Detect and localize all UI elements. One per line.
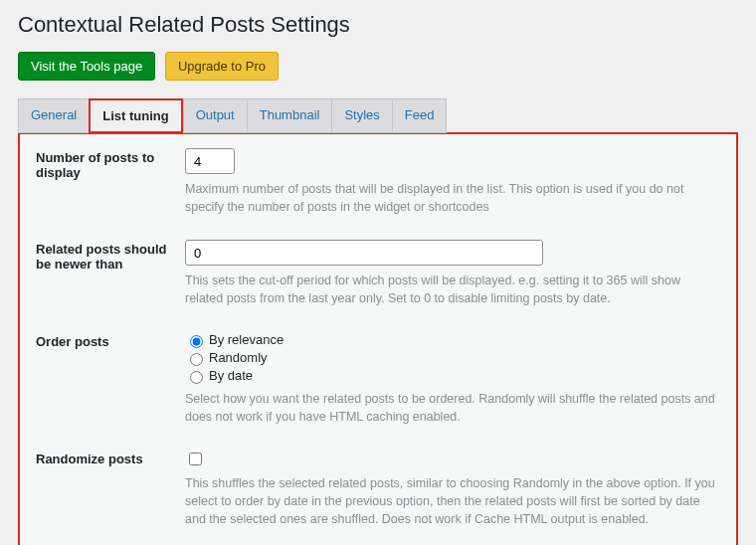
tabs: General List tuning Output Thumbnail Sty…	[18, 98, 738, 133]
radio-order-randomly[interactable]	[190, 353, 203, 366]
label-order: Order posts	[36, 332, 185, 349]
radio-label-randomly: Randomly	[209, 350, 268, 365]
radio-label-date: By date	[209, 368, 253, 383]
input-newer-than[interactable]	[185, 240, 543, 266]
visit-tools-button[interactable]: Visit the Tools page	[18, 52, 155, 81]
input-num-posts[interactable]	[185, 148, 235, 174]
top-buttons: Visit the Tools page Upgrade to Pro	[18, 52, 738, 81]
desc-randomize: This shuffles the selected related posts…	[185, 474, 720, 528]
label-newer-than: Related posts should be newer than	[36, 240, 185, 272]
tab-feed[interactable]: Feed	[392, 98, 448, 133]
upgrade-button[interactable]: Upgrade to Pro	[165, 52, 279, 81]
radio-label-relevance: By relevance	[209, 332, 284, 347]
row-order: Order posts By relevance Randomly By dat…	[36, 332, 720, 426]
row-newer-than: Related posts should be newer than This …	[36, 240, 720, 307]
label-num-posts: Number of posts to display	[36, 148, 185, 180]
tab-general[interactable]: General	[18, 98, 89, 133]
tab-list-tuning[interactable]: List tuning	[89, 98, 182, 133]
tab-thumbnail[interactable]: Thumbnail	[247, 98, 332, 133]
tab-output[interactable]: Output	[183, 98, 247, 133]
settings-panel: Number of posts to display Maximum numbe…	[18, 132, 738, 545]
label-randomize: Randomize posts	[36, 450, 185, 466]
page-title: Contextual Related Posts Settings	[18, 12, 738, 38]
desc-newer-than: This sets the cut-off period for which p…	[185, 272, 720, 307]
desc-order: Select how you want the related posts to…	[185, 390, 720, 426]
radio-order-date[interactable]	[190, 371, 203, 384]
row-randomize: Randomize posts This shuffles the select…	[36, 450, 720, 528]
checkbox-randomize[interactable]	[189, 453, 202, 465]
radio-order-relevance[interactable]	[190, 335, 203, 348]
tab-styles[interactable]: Styles	[331, 98, 391, 133]
row-num-posts: Number of posts to display Maximum numbe…	[36, 148, 720, 216]
desc-num-posts: Maximum number of posts that will be dis…	[185, 180, 720, 216]
